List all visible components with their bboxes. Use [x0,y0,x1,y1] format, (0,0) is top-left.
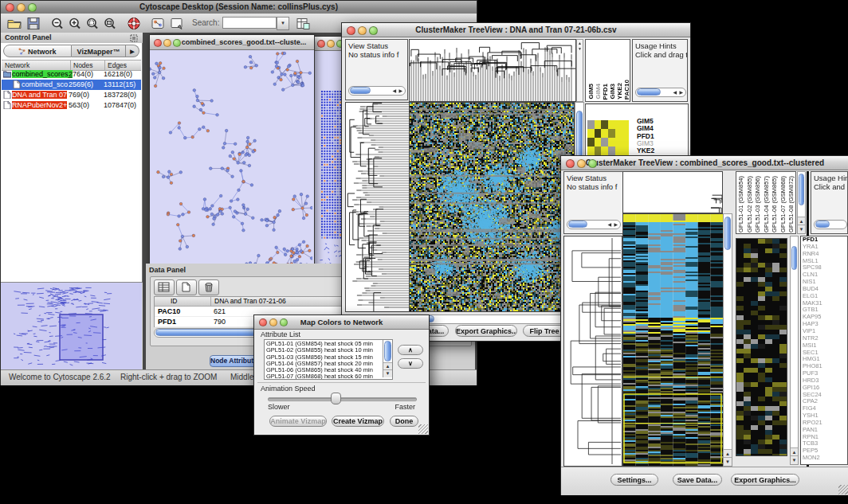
float-panel-icon[interactable] [130,34,138,42]
zoom-fit-icon[interactable] [103,17,117,30]
treeview1-title: ClusterMaker TreeView : DNA and Tran 07-… [415,25,616,34]
done-button[interactable]: Done [390,416,418,427]
network-window-1[interactable]: combined_scores_good.txt--cluste... [149,34,315,299]
search-dropdown-button[interactable]: ▼ [277,17,289,30]
resize-grip[interactable] [418,424,428,434]
status-welcome: Welcome to Cytoscape 2.6.2 [9,370,111,385]
tv2-zoom-heatmap[interactable] [736,238,787,456]
zoom-in-icon[interactable] [68,17,82,30]
tv1-status-hscrollbar[interactable]: ◀ ▶ [348,86,406,96]
select-attributes-button[interactable] [154,279,175,295]
folder-icon [3,70,11,78]
minimize-button[interactable] [269,318,277,326]
close-button[interactable] [154,39,162,47]
tv1-label-scroll-strip[interactable]: ▲ ▼ [576,39,583,102]
minimize-button[interactable] [577,159,586,168]
tv1-usage-hints-title: Usage Hints [633,40,687,50]
minimize-button[interactable] [327,40,335,48]
tv2-column-labels-vscrollbar[interactable]: ▲ ▼ [797,171,806,234]
help-lifering-icon[interactable] [127,17,141,30]
zoom-out-icon[interactable] [50,17,65,30]
close-button[interactable] [347,26,355,35]
tv2-row-dendrogram[interactable] [563,236,622,467]
data-panel-title: Data Panel [149,266,186,274]
nodes-count: 563(0) [69,100,103,111]
speed-slider-track[interactable] [268,397,417,401]
save-session-icon[interactable] [26,17,41,30]
tv2-heatmap-vscrollbar[interactable]: ▲ ▼ [723,213,732,467]
network-table-row[interactable]: DNA and Tran 07769(0)183728(0) [2,90,141,100]
speed-slider-thumb[interactable] [331,393,341,404]
tv1-column-dendrogram[interactable] [409,39,576,102]
attribute-list-box[interactable]: GPL51-01 (GSM854) heat shock 05 minGPL51… [264,339,393,380]
tv2-gene-list[interactable]: PFD1YRA1RNR4MSL1SPC98CLN1NIS1BUD4ELG1MAK… [800,236,848,465]
tv2-save-data-button[interactable]: Save Data... [673,474,722,486]
nodes-count: 2764(0) [69,69,103,80]
move-down-button[interactable]: ∨ [398,358,423,369]
tab-more-button[interactable]: ▶ [126,45,139,57]
animation-speed-label: Animation Speed [261,385,316,393]
similarity-cell [608,120,615,129]
tv2-export-graphics-button[interactable]: Export Graphics... [731,474,799,486]
network-table-row[interactable]: RNAPuberNov2+563(0)107847(0) [2,100,141,111]
network-table-row[interactable]: combined_sco2569(6)13112(15) [2,80,141,90]
map-dialog-title: Map Colors to Network [300,318,383,326]
tab-network[interactable]: Network [3,45,72,57]
main-titlebar[interactable]: Cytoscape Desktop (Session Name: collins… [1,1,477,14]
attribute-list-item[interactable]: GPL51-07 (GSM868) heat shock 60 min [266,373,379,380]
treeview2-title: ClusterMaker TreeView : combined_scores_… [586,158,824,167]
tv1-column-label: GIM4 [595,84,602,100]
tv2-view-status-panel: View Status No status info f ◀ ▶ [563,171,623,234]
new-attribute-button[interactable] [176,279,197,295]
search-input[interactable] [222,17,277,29]
gene-label[interactable]: MON2 [803,455,847,462]
network-overview-canvas[interactable] [1,282,142,369]
animate-vizmap-button[interactable]: Animate Vizmap [269,416,327,427]
annotation-icon[interactable] [170,17,184,30]
attribute-list-vscrollbar[interactable]: ▲ ▼ [383,340,392,377]
control-panel-header: Control Panel [1,33,143,44]
close-button[interactable] [317,40,325,48]
close-button[interactable] [566,159,575,168]
network-table-row[interactable]: combined_scores_2764(0)16218(0) [2,69,141,80]
similarity-cell [587,138,595,147]
network-canvas-1[interactable] [150,50,312,297]
tv2-column-dendrogram[interactable] [622,171,723,213]
tv2-genelist-vscrollbar[interactable]: ▲ ▼ [790,236,799,465]
zoom-button[interactable] [173,39,181,47]
zoom-button[interactable] [369,26,378,35]
close-button[interactable] [259,318,267,326]
tab-vizmapper[interactable]: VizMapper™ [72,45,126,57]
delete-attribute-button[interactable] [198,279,219,295]
tv1-usage-hscrollbar[interactable]: ◀ ▶ [635,88,686,97]
vizmapper-icon[interactable] [151,17,165,30]
tv2-usage-hscrollbar[interactable] [814,220,847,229]
tv2-status-hscrollbar[interactable]: ◀ ▶ [567,220,621,229]
open-session-icon[interactable] [7,17,22,30]
zoom-button[interactable] [280,318,288,326]
nodes-count: 2569(6) [69,80,103,90]
move-up-button[interactable]: ∧ [398,345,423,355]
tv2-settings-button[interactable]: Settings... [610,474,658,486]
minimize-button[interactable] [163,39,171,47]
similarity-cell [615,147,622,155]
zoom-button[interactable] [588,159,597,168]
attribute-browser-icon[interactable] [296,17,310,30]
network-window-title: combined_scores_good.txt--cluste... [182,38,307,46]
similarity-cell [595,138,602,147]
attribute-list-label: Attribute List [261,330,300,338]
tv1-view-status-info: No status info f [346,50,407,61]
status-zoom-hint: Right-click + drag to ZOOM [120,370,217,385]
resize-grip[interactable] [838,485,848,494]
similarity-cell [622,129,629,138]
zoom-selected-icon[interactable] [85,17,100,30]
tv1-heatmap[interactable] [409,102,575,312]
slower-label: Slower [268,403,290,411]
create-vizmap-button[interactable]: Create Vizmap [332,416,384,427]
tv1-row-dendrogram[interactable] [345,102,410,312]
tv2-heatmap[interactable] [622,213,724,467]
similarity-cell [622,147,629,155]
minimize-button[interactable] [358,26,367,35]
tv1-export-graphics-button[interactable]: Export Graphics... [455,325,517,337]
similarity-cell [587,129,595,138]
